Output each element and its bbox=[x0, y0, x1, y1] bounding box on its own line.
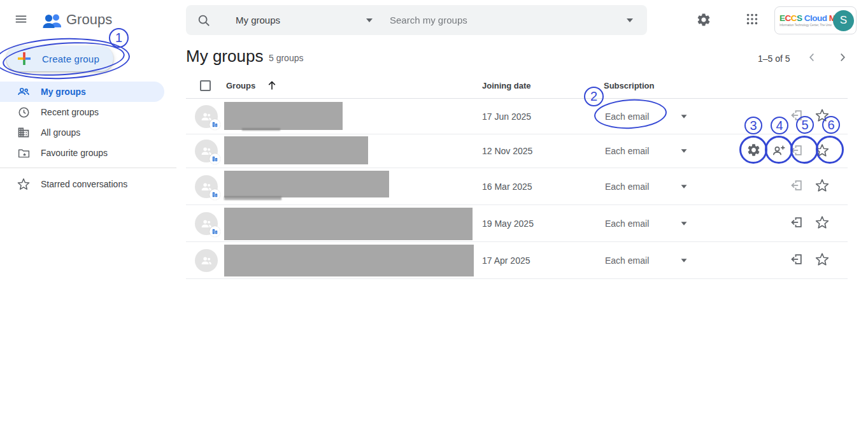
group-row[interactable]: 12 Nov 2025 Each email bbox=[186, 134, 848, 168]
folder-star-icon bbox=[17, 146, 31, 160]
gear-icon bbox=[696, 12, 711, 29]
organization-badge-icon bbox=[210, 189, 220, 200]
group-avatar bbox=[195, 249, 218, 272]
star-group-button[interactable] bbox=[814, 143, 830, 159]
joining-date: 17 Jun 2025 bbox=[482, 111, 531, 122]
settings-button[interactable] bbox=[695, 12, 712, 29]
leave-group-icon bbox=[789, 252, 804, 269]
leave-group-button[interactable] bbox=[788, 108, 805, 125]
main-menu-button[interactable] bbox=[13, 12, 29, 27]
building-icon bbox=[17, 125, 31, 140]
sort-ascending-icon[interactable] bbox=[265, 78, 279, 92]
search-icon bbox=[197, 13, 211, 27]
subscription-select[interactable]: Each email bbox=[605, 111, 687, 122]
account-logo-part: C bbox=[785, 13, 791, 23]
star-icon bbox=[17, 177, 31, 191]
gear-icon bbox=[746, 143, 761, 159]
groups-logo-icon bbox=[41, 10, 63, 31]
search-input[interactable] bbox=[390, 15, 627, 25]
redacted-group-name bbox=[224, 102, 343, 130]
chevron-down-icon bbox=[681, 259, 687, 262]
account-logo-part: Cloud bbox=[802, 13, 827, 23]
leave-group-button[interactable] bbox=[788, 252, 805, 269]
group-row[interactable]: 17 Apr 2025 Each email bbox=[186, 242, 848, 279]
leave-group-icon bbox=[789, 178, 804, 195]
select-all-checkbox[interactable] bbox=[200, 80, 211, 91]
column-header-joining-date[interactable]: Joining date bbox=[482, 81, 531, 90]
apps-grid-icon bbox=[745, 12, 759, 28]
sidebar-item-label: All groups bbox=[41, 127, 80, 138]
hamburger-icon bbox=[14, 12, 28, 28]
group-avatar bbox=[195, 212, 218, 235]
group-count: 5 groups bbox=[269, 53, 303, 63]
people-icon bbox=[17, 85, 31, 99]
subscription-select[interactable]: Each email bbox=[605, 182, 687, 192]
pagination-next-button[interactable] bbox=[835, 50, 850, 66]
star-group-button[interactable] bbox=[814, 252, 830, 269]
leave-group-button[interactable] bbox=[788, 143, 805, 159]
chevron-down-icon bbox=[681, 222, 687, 225]
group-avatar bbox=[195, 175, 218, 198]
chevron-down-icon bbox=[681, 149, 687, 152]
organization-badge-icon bbox=[210, 119, 220, 130]
redacted-group-name bbox=[224, 136, 368, 164]
star-icon bbox=[815, 252, 830, 269]
pagination-label: 1–5 of 5 bbox=[758, 54, 790, 64]
star-group-button[interactable] bbox=[814, 178, 830, 195]
account-logo-subtext: Information Technology Center, The Unive… bbox=[779, 24, 832, 27]
sidebar-item-label: Favourite groups bbox=[41, 148, 108, 158]
group-settings-button[interactable] bbox=[745, 143, 762, 159]
sidebar-item-recent-groups[interactable]: Recent groups bbox=[0, 102, 164, 122]
joining-date: 16 Mar 2025 bbox=[482, 182, 532, 192]
add-member-button[interactable] bbox=[771, 143, 787, 159]
sidebar-item-favourite-groups[interactable]: Favourite groups bbox=[0, 143, 164, 163]
account-logo: ECCS Cloud Mail Information Technology C… bbox=[779, 14, 832, 27]
search-options-chevron-icon[interactable] bbox=[627, 18, 633, 22]
star-icon bbox=[815, 215, 830, 232]
person-add-icon bbox=[771, 143, 786, 160]
redaction-artifact bbox=[242, 128, 280, 131]
account-logo-part: E bbox=[779, 13, 785, 23]
joining-date: 12 Nov 2025 bbox=[482, 146, 532, 156]
search-bar: My groups bbox=[186, 5, 647, 35]
redacted-group-name bbox=[224, 208, 473, 240]
leave-group-button[interactable] bbox=[788, 215, 805, 232]
column-header-subscription[interactable]: Subscription bbox=[604, 81, 654, 90]
subscription-select[interactable]: Each email bbox=[605, 219, 687, 229]
account-logo-text: ECCS Cloud Mail bbox=[779, 14, 832, 23]
search-scope-selector[interactable]: My groups bbox=[236, 15, 373, 25]
account-widget: ECCS Cloud Mail Information Technology C… bbox=[774, 6, 857, 34]
group-row[interactable]: 16 Mar 2025 Each email bbox=[186, 168, 848, 205]
sidebar-item-label: Recent groups bbox=[41, 107, 99, 117]
sidebar-item-label: My groups bbox=[41, 87, 86, 97]
account-avatar[interactable]: S bbox=[833, 10, 854, 31]
sidebar-item-my-groups[interactable]: My groups bbox=[0, 82, 164, 102]
sidebar-item-starred-conversations[interactable]: Starred conversations bbox=[0, 174, 164, 194]
google-apps-button[interactable] bbox=[744, 12, 760, 27]
table-header: Groups Joining date Subscription bbox=[186, 75, 848, 98]
pagination-prev-button[interactable] bbox=[804, 50, 820, 66]
page-title: My groups bbox=[186, 47, 263, 66]
app-title: Groups bbox=[66, 11, 112, 28]
group-row[interactable]: 17 Jun 2025 Each email bbox=[186, 99, 848, 134]
subscription-select[interactable]: Each email bbox=[605, 146, 687, 156]
subscription-value: Each email bbox=[605, 111, 649, 122]
column-header-groups[interactable]: Groups bbox=[226, 81, 255, 90]
redaction-artifact bbox=[224, 196, 281, 200]
star-group-button[interactable] bbox=[814, 108, 830, 125]
chevron-down-icon bbox=[366, 18, 373, 22]
chevron-down-icon bbox=[681, 115, 687, 118]
star-icon bbox=[815, 143, 830, 160]
chevron-left-icon bbox=[805, 50, 819, 66]
group-avatar bbox=[195, 140, 218, 162]
group-row[interactable]: 19 May 2025 Each email bbox=[186, 205, 848, 242]
star-group-button[interactable] bbox=[814, 215, 830, 232]
chevron-right-icon bbox=[836, 50, 850, 66]
subscription-select[interactable]: Each email bbox=[605, 255, 687, 266]
sidebar-item-all-groups[interactable]: All groups bbox=[0, 122, 164, 143]
subscription-value: Each email bbox=[605, 219, 649, 229]
leave-group-button[interactable] bbox=[788, 178, 805, 195]
leave-group-icon bbox=[789, 108, 804, 125]
create-group-button[interactable]: Create group bbox=[6, 46, 113, 71]
sidebar-divider bbox=[0, 168, 176, 168]
